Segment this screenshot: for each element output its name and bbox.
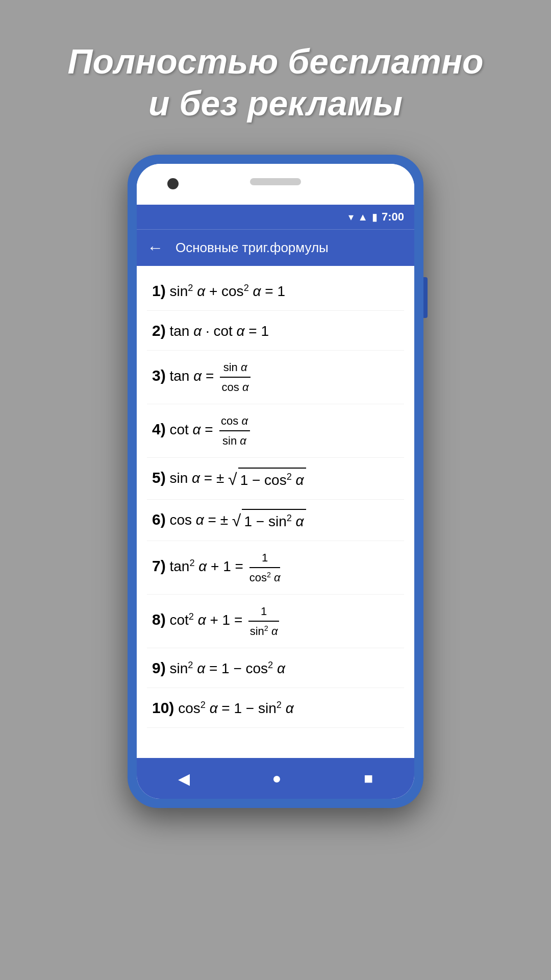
formula-3-number: 3) [152,368,166,384]
formula-3: 3) tan α = sin α cos α [147,351,404,404]
formula-8: 8) cot2 α + 1 = 1 sin2 α [147,595,404,648]
fraction-numerator: cos α [219,412,250,431]
formula-6: 6) cos α = ± √ 1 − sin2 α [147,500,404,542]
fraction-denominator: sin2 α [248,622,279,640]
formula-9: 9) sin2 α = 1 − cos2 α [147,648,404,688]
phone-side-button [423,277,428,318]
fraction-denominator: cos α [220,378,251,396]
nav-recent-button[interactable]: ■ [364,770,373,787]
formula-1-number: 1) [152,282,166,299]
nav-back-button[interactable]: ◀ [178,770,190,788]
fraction-denominator: sin α [219,431,250,449]
formulas-content: 1) sin2 α + cos2 α = 1 2) tan α · cot α … [137,266,414,758]
app-bar-title: Основные триг.формулы [176,240,329,256]
battery-icon: ▮ [372,211,378,223]
phone-screen: ▾ ▲ ▮ 7:00 ← Основные триг.формулы 1) si… [137,164,414,799]
fraction-denominator: cos2 α [249,568,281,586]
formula-4-number: 4) [152,421,166,438]
formula-4-fraction: cos α sin α [219,412,250,449]
status-bar: ▾ ▲ ▮ 7:00 [137,205,414,229]
formula-10-number: 10) [152,699,174,716]
formula-3-fraction: sin α cos α [220,359,251,396]
sqrt-sign: √ [232,512,241,529]
front-camera [167,178,179,189]
app-bar: ← Основные триг.формулы [137,229,414,266]
formula-5-number: 5) [152,469,166,486]
fraction-numerator: sin α [220,359,251,378]
formula-8-number: 8) [152,611,166,628]
headline-line2: и без рекламы [148,84,403,122]
formula-7-fraction: 1 cos2 α [249,549,281,586]
signal-icon: ▲ [358,211,368,223]
sqrt-content: 1 − cos2 α [238,468,306,491]
formula-9-number: 9) [152,659,166,676]
formula-8-fraction: 1 sin2 α [248,603,279,640]
headline-line1: Полностью бесплатно [67,42,483,81]
formula-1: 1) sin2 α + cos2 α = 1 [147,271,404,311]
wifi-icon: ▾ [348,211,354,223]
status-time: 7:00 [382,210,404,224]
sqrt-sign: √ [228,471,237,487]
formula-4: 4) cot α = cos α sin α [147,404,404,458]
sqrt-content: 1 − sin2 α [242,509,306,532]
formula-2: 2) tan α · cot α = 1 [147,311,404,351]
formula-7: 7) tan2 α + 1 = 1 cos2 α [147,541,404,595]
nav-home-button[interactable]: ● [272,770,281,787]
formula-10: 10) cos2 α = 1 − sin2 α [147,688,404,728]
formula-7-number: 7) [152,558,166,575]
back-button[interactable]: ← [147,238,163,257]
formula-5-sqrt: √ 1 − cos2 α [228,468,306,491]
phone-top-area [137,164,414,205]
fraction-numerator: 1 [248,603,279,622]
status-icons: ▾ ▲ ▮ 7:00 [348,210,404,224]
navigation-bar: ◀ ● ■ [137,758,414,799]
formula-6-number: 6) [152,511,166,528]
phone-speaker [250,178,301,185]
formula-5: 5) sin α = ± √ 1 − cos2 α [147,458,404,500]
promo-headline: Полностью бесплатно и без рекламы [67,41,483,124]
phone-device: ▾ ▲ ▮ 7:00 ← Основные триг.формулы 1) si… [128,155,423,808]
fraction-numerator: 1 [249,549,280,568]
formula-6-sqrt: √ 1 − sin2 α [232,509,306,532]
formula-2-number: 2) [152,322,166,339]
